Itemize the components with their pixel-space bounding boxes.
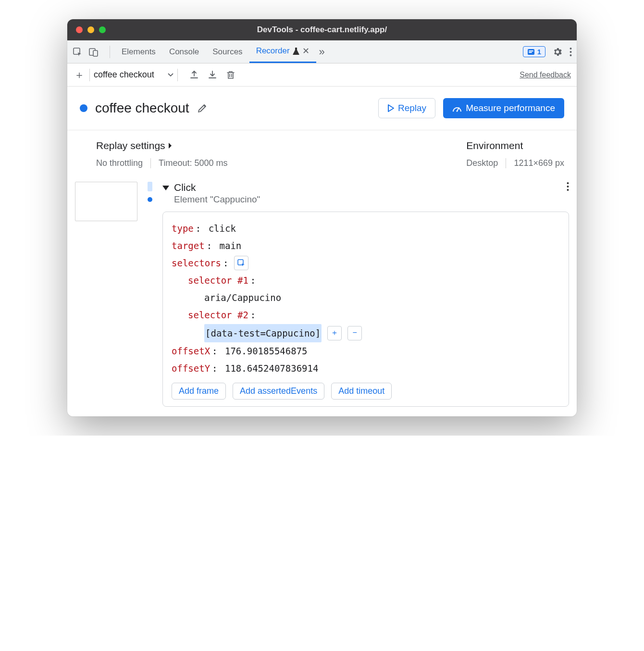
separator	[150, 158, 151, 168]
import-icon[interactable]	[207, 69, 218, 81]
flask-icon	[293, 47, 299, 55]
svg-point-4	[570, 48, 572, 50]
minimize-window-button[interactable]	[87, 26, 94, 33]
throttling-value: No throttling	[96, 158, 143, 168]
measure-performance-button[interactable]: Measure performance	[443, 98, 564, 118]
device-value: Desktop	[466, 158, 498, 168]
tab-sources[interactable]: Sources	[206, 40, 249, 63]
titlebar: DevTools - coffee-cart.netlify.app/	[67, 19, 577, 40]
prop-val-offsetx[interactable]: 176.90185546875	[225, 342, 308, 360]
gauge-icon	[452, 104, 462, 113]
separator	[506, 158, 506, 168]
prop-key-type: type	[172, 220, 194, 237]
close-tab-icon[interactable]: ✕	[302, 46, 310, 56]
recording-header: coffee checkout Replay Measure performan…	[67, 87, 577, 130]
prop-val-sel2[interactable]: [data-test=Cappucino]	[204, 324, 322, 342]
svg-point-9	[567, 186, 569, 188]
prop-key-sel1: selector #1	[188, 272, 248, 289]
add-asserted-events-button[interactable]: Add assertedEvents	[233, 383, 324, 400]
remove-selector-button[interactable]: −	[347, 326, 362, 340]
step-header[interactable]: Click Element "Cappucino"	[162, 182, 569, 205]
svg-rect-3	[528, 49, 534, 55]
svg-rect-2	[93, 50, 98, 56]
separator	[89, 69, 90, 81]
issues-badge[interactable]: 1	[523, 46, 545, 57]
window-title: DevTools - coffee-cart.netlify.app/	[257, 25, 387, 35]
inspect-element-icon[interactable]	[72, 47, 83, 57]
step-content: Click Element "Cappucino" type: click ta…	[162, 182, 569, 407]
chevron-right-icon	[168, 142, 173, 149]
timeline	[145, 182, 155, 407]
svg-point-10	[567, 189, 569, 191]
step-details-box: type: click target: main selectors: sele…	[162, 212, 569, 407]
timeline-dot-icon	[148, 197, 152, 202]
expand-icon	[162, 186, 169, 190]
step-more-icon[interactable]	[567, 182, 569, 191]
export-icon[interactable]	[188, 69, 200, 81]
svg-point-7	[457, 111, 458, 112]
chevron-down-icon	[168, 73, 173, 77]
step-title: Click	[174, 182, 260, 193]
replay-settings-toggle[interactable]: Replay settings	[96, 140, 466, 151]
prop-val-offsety[interactable]: 118.6452407836914	[225, 360, 318, 377]
devtools-window: DevTools - coffee-cart.netlify.app/ Elem…	[67, 19, 577, 416]
steps-area: Click Element "Cappucino" type: click ta…	[67, 178, 577, 416]
settings-section: Replay settings No throttling Timeout: 5…	[67, 130, 577, 178]
svg-point-8	[567, 182, 569, 184]
separator	[110, 46, 110, 58]
prop-val-type[interactable]: click	[209, 220, 236, 237]
settings-icon[interactable]	[552, 47, 563, 57]
add-timeout-button[interactable]: Add timeout	[331, 383, 392, 400]
svg-point-6	[570, 54, 572, 56]
close-window-button[interactable]	[76, 26, 83, 33]
device-toolbar-icon[interactable]	[88, 47, 99, 57]
traffic-lights	[76, 26, 106, 33]
step-subtitle: Element "Cappucino"	[174, 194, 260, 205]
prop-key-sel2: selector #2	[188, 306, 248, 324]
rename-icon[interactable]	[197, 103, 208, 113]
recording-select[interactable]: coffee checkout	[94, 70, 173, 80]
send-feedback-link[interactable]: Send feedback	[520, 71, 571, 79]
more-menu-icon[interactable]	[570, 47, 572, 57]
prop-key-offsetx: offsetX	[172, 342, 210, 360]
prop-key-selectors: selectors	[172, 254, 221, 272]
step-thumbnail[interactable]	[75, 182, 137, 221]
prop-key-target: target	[172, 237, 205, 254]
timeout-value: Timeout: 5000 ms	[159, 158, 227, 168]
recorder-toolbar: ＋ coffee checkout Send feedback	[67, 63, 577, 87]
tab-console[interactable]: Console	[162, 40, 206, 63]
viewport-value: 1211×669 px	[514, 158, 564, 168]
more-tabs-icon[interactable]: »	[316, 46, 328, 58]
panel-tabs-bar: Elements Console Sources Recorder ✕ » 1	[67, 40, 577, 63]
svg-point-5	[570, 51, 572, 53]
maximize-window-button[interactable]	[99, 26, 106, 33]
pick-selector-button[interactable]	[234, 256, 248, 270]
play-icon	[387, 104, 394, 112]
recording-status-icon	[80, 104, 87, 112]
prop-val-sel1[interactable]: aria/Cappucino	[204, 289, 281, 306]
timeline-segment	[148, 182, 152, 191]
prop-val-target[interactable]: main	[220, 237, 242, 254]
tab-recorder[interactable]: Recorder ✕	[249, 40, 316, 63]
add-selector-button[interactable]: ＋	[327, 326, 342, 340]
tab-elements[interactable]: Elements	[115, 40, 162, 63]
add-frame-button[interactable]: Add frame	[172, 383, 226, 400]
delete-icon[interactable]	[225, 69, 236, 81]
recording-name: coffee checkout	[95, 100, 189, 116]
issue-icon	[527, 48, 535, 56]
replay-button[interactable]: Replay	[378, 98, 435, 118]
new-recording-button[interactable]: ＋	[73, 69, 86, 81]
environment-title: Environment	[466, 140, 564, 151]
separator	[177, 69, 178, 81]
prop-key-offsety: offsetY	[172, 360, 210, 377]
